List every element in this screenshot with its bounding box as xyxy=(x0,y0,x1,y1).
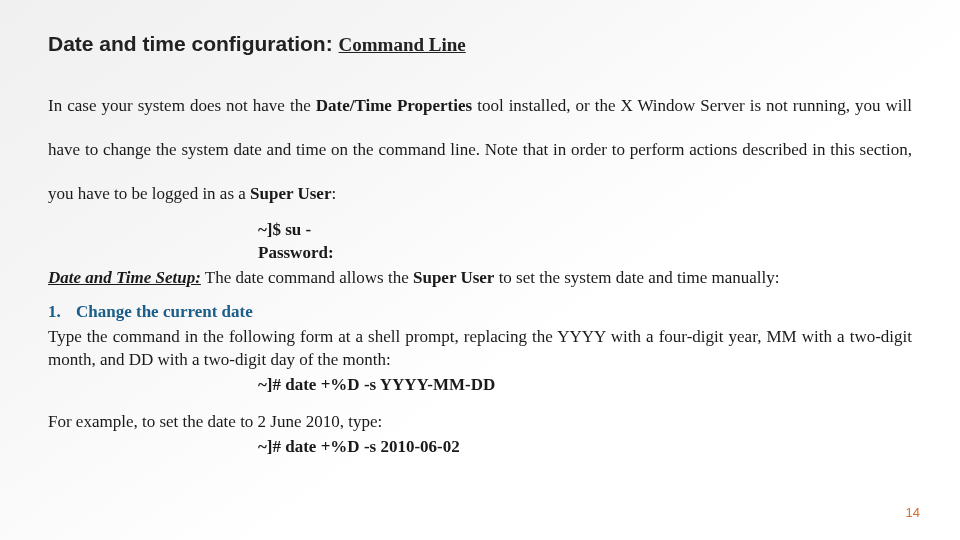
title-sub: Command Line xyxy=(339,34,466,55)
step-1-title: Change the current date xyxy=(76,302,253,321)
intro-post: : xyxy=(331,184,336,203)
intro-paragraph: In case your system does not have the Da… xyxy=(48,84,912,217)
slide-page: Date and time configuration: Command Lin… xyxy=(0,0,960,459)
setup-paragraph: Date and Time Setup: The date command al… xyxy=(48,266,912,290)
setup-post: to set the system date and time manually… xyxy=(494,268,779,287)
setup-bold: Super User xyxy=(413,268,494,287)
title-main: Date and time configuration: xyxy=(48,32,333,55)
intro-bold-1: Date/Time Properties xyxy=(316,96,472,115)
step-1-command: ~]# date +%D -s YYYY-MM-DD xyxy=(258,374,912,397)
example-command: ~]# date +%D -s 2010-06-02 xyxy=(258,436,912,459)
login-commands: ~]$ su - Password: xyxy=(258,219,912,265)
page-title: Date and time configuration: Command Lin… xyxy=(48,32,912,56)
page-number: 14 xyxy=(906,505,920,520)
setup-label: Date and Time Setup: xyxy=(48,268,201,287)
cmd-password: Password: xyxy=(258,242,912,265)
step-1-body: Type the command in the following form a… xyxy=(48,326,912,372)
intro-bold-2: Super User xyxy=(250,184,331,203)
cmd-su: ~]$ su - xyxy=(258,219,912,242)
example-text: For example, to set the date to 2 June 2… xyxy=(48,411,912,434)
step-1-number: 1. xyxy=(48,302,76,322)
intro-pre: In case your system does not have the xyxy=(48,96,316,115)
setup-pre: The date command allows the xyxy=(201,268,413,287)
step-1-heading: 1.Change the current date xyxy=(48,302,912,322)
